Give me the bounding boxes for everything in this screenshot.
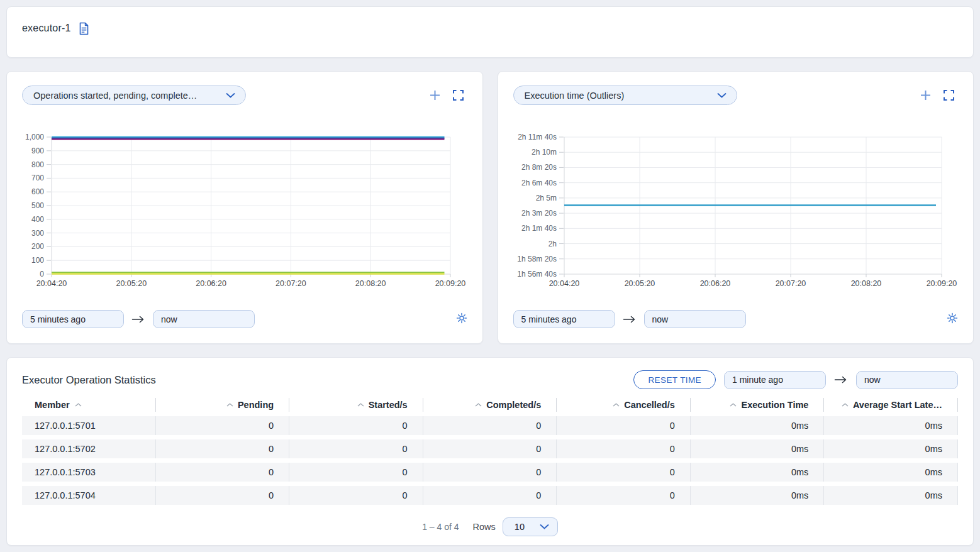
sort-caret-icon	[357, 403, 364, 407]
sort-caret-icon	[842, 403, 849, 407]
svg-text:20:04:20: 20:04:20	[548, 279, 579, 288]
svg-text:0: 0	[40, 270, 44, 279]
value-cell: 0	[423, 486, 557, 505]
svg-text:20:05:20: 20:05:20	[624, 279, 655, 288]
svg-text:200: 200	[31, 242, 44, 251]
time-to-input[interactable]	[644, 310, 746, 328]
sort-caret-icon	[613, 403, 620, 407]
chart-actions	[920, 89, 958, 101]
value-cell: 0	[289, 463, 423, 482]
statistics-title: Executor Operation Statistics	[22, 374, 156, 386]
operations-line-chart: 1,000900800700600500400300200100020:04:2…	[22, 133, 467, 290]
stats-time-from-input[interactable]	[724, 371, 826, 389]
value-cell: 0	[557, 463, 691, 482]
svg-text:500: 500	[31, 201, 44, 210]
column-header-member[interactable]: Member	[22, 398, 156, 412]
fullscreen-icon[interactable]	[944, 90, 954, 101]
value-cell: 0	[289, 486, 423, 505]
column-header-cancelled-s[interactable]: Cancelled/s	[557, 398, 691, 412]
chart-header: Operations started, pending, complete…	[22, 86, 467, 105]
arrow-right-icon	[834, 375, 848, 384]
column-label: Cancelled/s	[624, 400, 675, 410]
rows-per-page-value: 10	[515, 522, 525, 532]
member-cell: 127.0.0.1:5702	[22, 439, 156, 458]
column-label: Average Start Late…	[853, 400, 942, 410]
value-cell: 0ms	[824, 486, 958, 505]
svg-text:2h 8m 20s: 2h 8m 20s	[521, 163, 556, 172]
svg-text:800: 800	[31, 160, 44, 169]
fullscreen-icon[interactable]	[453, 90, 464, 101]
rows-per-page-label: Rows	[473, 522, 496, 532]
charts-row: Operations started, pending, complete… 1…	[6, 71, 974, 344]
svg-text:900: 900	[31, 146, 44, 155]
document-icon[interactable]	[78, 22, 90, 35]
reset-time-button[interactable]: RESET TIME	[633, 370, 716, 389]
column-label: Started/s	[369, 400, 408, 410]
settings-gear-icon[interactable]	[456, 312, 467, 326]
svg-text:2h 5m: 2h 5m	[535, 194, 556, 202]
value-cell: 0	[156, 463, 290, 482]
svg-text:1h 56m 40s: 1h 56m 40s	[517, 270, 557, 279]
statistics-time-controls: RESET TIME	[633, 370, 958, 389]
svg-text:2h 10m: 2h 10m	[531, 148, 556, 157]
value-cell: 0ms	[824, 439, 958, 458]
time-from-input[interactable]	[22, 310, 124, 328]
chart-canvas: 2h 11m 40s2h 10m2h 8m 20s2h 6m 40s2h 5m2…	[513, 133, 959, 290]
svg-text:2h 3m 20s: 2h 3m 20s	[521, 209, 556, 218]
column-header-pending[interactable]: Pending	[156, 398, 290, 412]
chevron-down-icon	[540, 524, 549, 529]
svg-text:100: 100	[31, 256, 44, 265]
svg-text:20:09:20: 20:09:20	[926, 279, 957, 288]
table-row: 127.0.0.1:570100000ms0ms	[22, 416, 958, 435]
member-cell: 127.0.0.1:5703	[22, 463, 156, 482]
add-chart-icon[interactable]	[920, 89, 932, 101]
add-chart-icon[interactable]	[429, 89, 441, 101]
member-cell: 127.0.0.1:5701	[22, 416, 156, 435]
value-cell: 0	[289, 416, 423, 435]
value-cell: 0ms	[691, 416, 825, 435]
svg-text:1h 58m 20s: 1h 58m 20s	[517, 255, 557, 263]
column-header-execution-time[interactable]: Execution Time	[691, 398, 825, 412]
metric-selector[interactable]: Operations started, pending, complete…	[22, 86, 246, 105]
operations-chart-card: Operations started, pending, complete… 1…	[6, 71, 483, 344]
column-label: Pending	[238, 400, 274, 410]
value-cell: 0	[557, 439, 691, 458]
settings-gear-icon[interactable]	[947, 312, 958, 326]
value-cell: 0ms	[691, 486, 825, 505]
svg-text:400: 400	[31, 215, 44, 224]
chevron-down-icon	[226, 93, 235, 98]
table-head: MemberPendingStarted/sCompleted/sCancell…	[22, 398, 958, 412]
sort-caret-icon	[75, 403, 82, 407]
value-cell: 0	[423, 416, 557, 435]
column-header-started-s[interactable]: Started/s	[289, 398, 423, 412]
arrow-right-icon	[131, 315, 145, 324]
table-row: 127.0.0.1:570400000ms0ms	[22, 486, 958, 505]
column-header-average-start-late[interactable]: Average Start Late…	[824, 398, 958, 412]
svg-text:2h 11m 40s: 2h 11m 40s	[518, 133, 557, 141]
chevron-down-icon	[717, 93, 727, 98]
metric-selector[interactable]: Execution time (Outliers)	[513, 86, 737, 105]
rows-per-page-select[interactable]: 10	[503, 517, 558, 536]
sort-caret-icon	[475, 403, 482, 407]
column-label: Execution Time	[741, 400, 808, 410]
metric-selector-label: Execution time (Outliers)	[525, 91, 625, 101]
svg-text:600: 600	[31, 187, 44, 196]
svg-text:700: 700	[31, 174, 44, 182]
value-cell: 0	[156, 439, 290, 458]
svg-text:20:05:20: 20:05:20	[116, 279, 147, 288]
svg-text:2h: 2h	[548, 240, 556, 248]
time-to-input[interactable]	[153, 310, 255, 328]
svg-text:20:09:20: 20:09:20	[435, 279, 466, 288]
pagination: 1 – 4 of 4 Rows 10	[22, 517, 958, 536]
entity-title: executor-1	[22, 22, 71, 35]
table-body: 127.0.0.1:570100000ms0ms127.0.0.1:570200…	[22, 416, 958, 505]
time-from-input[interactable]	[513, 310, 615, 328]
value-cell: 0	[557, 486, 691, 505]
svg-text:300: 300	[31, 229, 44, 238]
metric-selector-label: Operations started, pending, complete…	[33, 91, 197, 101]
column-header-completed-s[interactable]: Completed/s	[423, 398, 557, 412]
column-label: Member	[35, 400, 70, 410]
sort-caret-icon	[226, 403, 233, 407]
stats-time-to-input[interactable]	[856, 371, 958, 389]
value-cell: 0ms	[824, 416, 958, 435]
